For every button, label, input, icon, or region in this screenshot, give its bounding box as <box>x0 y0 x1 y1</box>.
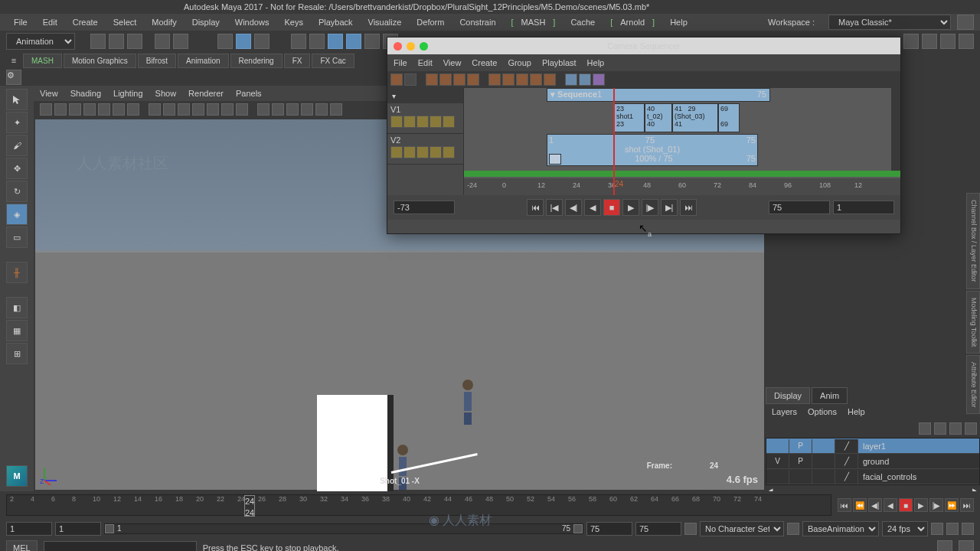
vp-shadows-icon[interactable] <box>236 103 248 116</box>
seq-ubercam-icon[interactable] <box>565 73 577 86</box>
layer-row[interactable]: P ╱ layer1 <box>766 439 979 454</box>
layer-move-down-icon[interactable] <box>934 422 946 435</box>
layer-type-toggle[interactable] <box>812 470 835 484</box>
vp-menu-show[interactable]: Show <box>155 89 177 98</box>
menu-visualize[interactable]: Visualize <box>361 15 410 30</box>
script-editor-icon[interactable] <box>937 540 952 551</box>
menu-mash[interactable]: [MASH] <box>504 15 564 30</box>
seq-clip[interactable]: 41 29(Shot_03)41 <box>672 103 718 132</box>
panel-layout1-icon[interactable] <box>903 34 919 49</box>
panel-layout4-icon[interactable] <box>959 34 974 49</box>
vp-shaded-icon[interactable] <box>192 103 204 116</box>
seq-trim-icon[interactable] <box>488 73 501 86</box>
lock-icon[interactable] <box>390 116 403 128</box>
step-forward-button[interactable]: |▶ <box>929 498 943 512</box>
scroll-right-icon[interactable]: ▸ <box>972 485 977 491</box>
scale-tool[interactable]: ◈ <box>6 204 28 225</box>
vp-gate-mask-icon[interactable] <box>163 103 175 116</box>
layer-vis-toggle[interactable] <box>766 470 789 484</box>
seq-end-frame-input[interactable] <box>769 201 830 214</box>
layer-playback-toggle[interactable]: P <box>789 439 812 453</box>
vp-motion-blur-icon[interactable] <box>301 103 313 116</box>
step-back-key-button[interactable]: ⏪ <box>853 498 867 512</box>
seq-next-key-button[interactable]: ▶| <box>661 199 678 216</box>
step-forward-key-button[interactable]: ⏩ <box>945 498 959 512</box>
playback-start-input[interactable] <box>55 522 101 536</box>
range-slider[interactable]: 1 75 <box>104 523 583 534</box>
workspace-lock-icon[interactable] <box>957 15 974 30</box>
seq-ripple-icon[interactable] <box>439 73 452 86</box>
step-back-button[interactable]: ◀| <box>868 498 882 512</box>
layer-color-swatch[interactable]: ╱ <box>835 470 858 484</box>
vp-menu-renderer[interactable]: Renderer <box>188 89 224 98</box>
menu-help[interactable]: Help <box>662 15 695 30</box>
layer-vis-toggle[interactable] <box>766 439 789 453</box>
vp-aa-icon[interactable] <box>315 103 328 116</box>
seq-collapse-icon[interactable]: ▾ <box>387 88 463 103</box>
snap-curve-icon[interactable] <box>328 34 343 49</box>
close-window-button[interactable] <box>394 42 402 51</box>
seq-time-ruler[interactable]: -240122436486072849610812 <box>464 178 900 195</box>
shelf-tab-rendering[interactable]: Rendering <box>230 54 283 68</box>
panel-layout3-icon[interactable] <box>940 34 956 49</box>
seq-razor-icon[interactable] <box>516 73 528 86</box>
shelf-tab-animation[interactable]: Animation <box>178 54 228 68</box>
tab-display[interactable]: Display <box>766 387 810 404</box>
menu-edit[interactable]: Edit <box>35 15 65 30</box>
module-dropdown[interactable]: Animation <box>6 33 75 50</box>
vp-lights-icon[interactable] <box>221 103 234 116</box>
paint-select-tool[interactable]: 🖌 <box>6 135 28 156</box>
minus-icon[interactable] <box>309 34 325 49</box>
seq-track-v1[interactable]: V1 <box>387 103 463 134</box>
go-to-end-button[interactable]: ⏭ <box>960 498 974 512</box>
playback-end-input[interactable] <box>586 522 632 536</box>
seq-menu-create[interactable]: Create <box>472 58 497 67</box>
layer-playback-toggle[interactable]: P <box>789 455 812 468</box>
mute-icon[interactable] <box>416 146 429 158</box>
seq-go-start-button[interactable]: ⏮ <box>527 199 544 216</box>
vp-menu-panels[interactable]: Panels <box>236 89 262 98</box>
seq-stop-button[interactable]: ■ <box>603 199 620 216</box>
command-input[interactable] <box>44 541 197 551</box>
menu-keys[interactable]: Keys <box>276 15 310 30</box>
vp-wireframe-icon[interactable] <box>178 103 190 116</box>
timeline-current-indicator[interactable]: 2424 <box>244 495 255 517</box>
four-pane-icon[interactable]: ⊞ <box>6 343 28 364</box>
seq-track-v2[interactable]: V2 <box>387 134 463 165</box>
vp-ao-icon[interactable] <box>286 103 299 116</box>
anim-layer-dropdown[interactable]: BaseAnimation <box>802 521 879 536</box>
vp-xray-icon[interactable] <box>272 103 284 116</box>
play-forward-button[interactable]: ▶ <box>914 498 928 512</box>
seq-play-back-button[interactable]: ◀ <box>584 199 601 216</box>
vp-dof-icon[interactable] <box>330 103 342 116</box>
layer-vis-toggle[interactable]: V <box>766 455 789 468</box>
seq-timeline-area[interactable]: ▾ Sequence 1 75 23shot123 40t_02)40 41 2… <box>464 88 900 195</box>
seq-prev-key-button[interactable]: |◀ <box>546 199 563 216</box>
select-mode-icon[interactable] <box>217 34 233 49</box>
stop-button[interactable]: ■ <box>899 498 913 512</box>
seq-audio-track[interactable] <box>464 171 900 177</box>
layer-color-swatch[interactable]: ╱ <box>835 455 858 468</box>
menu-arnold[interactable]: [Arnold] <box>603 15 662 30</box>
ghost-icon[interactable] <box>430 146 442 158</box>
seq-audio-icon[interactable] <box>593 73 605 86</box>
seq-insert-icon[interactable] <box>467 73 479 86</box>
set-key-icon[interactable] <box>946 523 959 535</box>
lasso-tool[interactable]: ✦ <box>6 112 28 133</box>
ghost-icon[interactable] <box>430 116 442 128</box>
workspace-dropdown[interactable]: Maya Classic* <box>828 15 951 30</box>
seq-clip[interactable]: 6969 <box>718 103 740 132</box>
seq-step-fwd-button[interactable]: |▶ <box>642 199 658 216</box>
vp-menu-lighting[interactable]: Lighting <box>113 89 143 98</box>
timeline-ruler[interactable]: 2424 24681012141618202224262830323436384… <box>6 494 831 516</box>
tab-anim[interactable]: Anim <box>812 387 848 404</box>
seq-current-frame-input[interactable] <box>394 201 455 214</box>
seq-title-bar[interactable]: Camera Sequencer <box>387 37 900 54</box>
tab-attribute-editor[interactable]: Attribute Editor <box>966 355 980 415</box>
seq-menu-playblast[interactable]: Playblast <box>542 58 577 67</box>
seq-sequence-bar[interactable]: ▾ Sequence 1 75 <box>547 88 770 102</box>
seq-step-back-button[interactable]: ◀| <box>565 199 582 216</box>
snap-grid-icon[interactable] <box>254 34 270 49</box>
vp-resolution-icon[interactable] <box>149 103 161 116</box>
vp-isolate-icon[interactable] <box>257 103 270 116</box>
